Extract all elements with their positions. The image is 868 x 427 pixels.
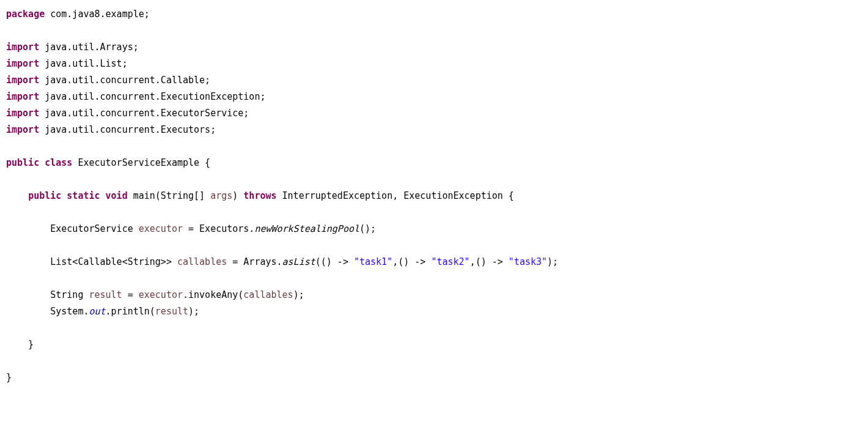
paren: (); — [359, 223, 376, 234]
package-path: com.java8.example; — [45, 9, 150, 20]
static-method: asList — [282, 256, 315, 267]
method-call: .invokeAny( — [183, 289, 243, 300]
var-executor: executor — [139, 223, 183, 234]
string-task1: "task1" — [354, 256, 392, 267]
var-callables: callables — [177, 256, 227, 267]
keyword-import: import — [6, 58, 39, 69]
var-executor: executor — [139, 289, 183, 300]
string-task3: "task3" — [509, 256, 547, 267]
space — [100, 190, 106, 201]
code-line-18: String result = executor.invokeAny(calla… — [6, 287, 862, 303]
paren: ) — [232, 190, 243, 201]
var-result: result — [155, 306, 188, 317]
import-path: java.util.concurrent.ExecutionException; — [39, 91, 265, 102]
keyword-import: import — [6, 42, 39, 53]
code-line-20 — [6, 320, 862, 336]
code-line-8: import java.util.concurrent.Executors; — [6, 122, 862, 138]
code-line-3: import java.util.Arrays; — [6, 39, 862, 56]
code-line-7: import java.util.concurrent.ExecutorServ… — [6, 105, 862, 122]
type: ExecutorService — [50, 223, 139, 234]
code-line-5: import java.util.concurrent.Callable; — [6, 72, 862, 89]
paren: ); — [293, 289, 304, 300]
keyword-import: import — [6, 75, 39, 86]
code-line-4: import java.util.List; — [6, 56, 862, 72]
keyword-static: static — [67, 190, 100, 201]
keyword-import: import — [6, 124, 39, 135]
import-path: java.util.concurrent.Callable; — [39, 75, 210, 86]
type: String — [50, 289, 89, 300]
class-name: ExecutorServiceExample { — [72, 157, 210, 168]
keyword-class: class — [45, 157, 72, 168]
code-line-9 — [6, 138, 862, 155]
paren: ); — [547, 256, 558, 267]
paren: (() -> — [315, 256, 354, 267]
keyword-package: package — [6, 9, 45, 20]
static-out: out — [89, 306, 105, 317]
assign: = Arrays. — [227, 256, 282, 267]
comma: ,() -> — [470, 256, 509, 267]
code-line-2 — [6, 23, 862, 39]
indent — [6, 190, 28, 201]
import-path: java.util.Arrays; — [39, 42, 139, 53]
paren: ); — [188, 306, 199, 317]
import-path: java.util.List; — [39, 58, 128, 69]
keyword-import: import — [6, 108, 39, 119]
keyword-void: void — [106, 190, 128, 201]
code-line-21: } — [6, 336, 862, 353]
keyword-public: public — [6, 157, 39, 168]
assign: = — [122, 289, 139, 300]
string-task2: "task2" — [431, 256, 469, 267]
println: .println( — [106, 306, 155, 317]
code-line-15 — [6, 237, 862, 254]
param-args: args — [210, 190, 232, 201]
code-line-22 — [6, 353, 862, 369]
code-line-10: public class ExecutorServiceExample { — [6, 155, 862, 171]
code-line-13 — [6, 204, 862, 221]
code-line-14: ExecutorService executor = Executors.new… — [6, 221, 862, 237]
var-callables: callables — [243, 289, 293, 300]
system: System. — [50, 306, 89, 317]
code-line-1: package com.java8.example; — [6, 6, 862, 23]
indent — [6, 306, 50, 317]
code-line-11 — [6, 171, 862, 188]
code-line-12: public static void main(String[] args) t… — [6, 188, 862, 204]
code-line-17 — [6, 270, 862, 287]
code-line-23: } — [6, 369, 862, 386]
code-line-6: import java.util.concurrent.ExecutionExc… — [6, 89, 862, 105]
keyword-import: import — [6, 91, 39, 102]
indent — [6, 289, 50, 300]
comma: ,() -> — [392, 256, 431, 267]
method-signature: main(String[] — [128, 190, 210, 201]
code-line-19: System.out.println(result); — [6, 303, 862, 320]
code-line-16: List<Callable<String>> callables = Array… — [6, 254, 862, 270]
space — [61, 190, 67, 201]
keyword-throws: throws — [243, 190, 276, 201]
import-path: java.util.concurrent.Executors; — [39, 124, 216, 135]
exceptions: InterruptedException, ExecutionException… — [277, 190, 514, 201]
assign: = Executors. — [183, 223, 254, 234]
var-result: result — [89, 289, 122, 300]
static-method: newWorkStealingPool — [254, 223, 359, 234]
indent — [6, 256, 50, 267]
indent — [6, 223, 50, 234]
type: List<Callable<String>> — [50, 256, 177, 267]
code-block: package com.java8.example; import java.u… — [6, 6, 862, 386]
keyword-public: public — [28, 190, 61, 201]
import-path: java.util.concurrent.ExecutorService; — [39, 108, 249, 119]
space — [39, 157, 45, 168]
